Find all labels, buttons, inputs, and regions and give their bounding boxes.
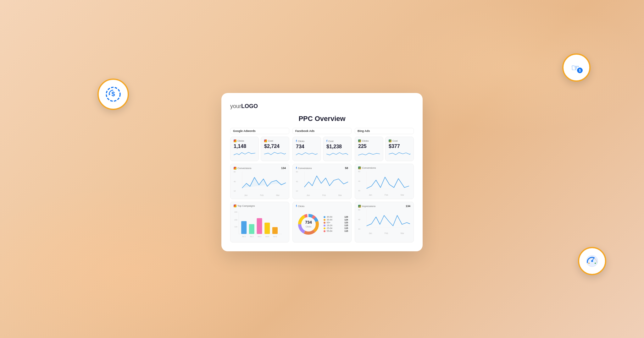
bing-impressions-title: Impressions	[358, 205, 375, 208]
svg-text:100: 100	[234, 226, 237, 228]
google-conv-icon	[234, 167, 236, 170]
google-campaigns-header: Top Campaigns	[234, 204, 286, 207]
donut-legend: 45-54 129 35-44 124 65+ 123	[324, 216, 348, 233]
legend-dot-2	[324, 219, 325, 221]
facebook-icon-2: f	[326, 139, 327, 143]
svg-point-9	[588, 263, 590, 264]
bing-cost-label: Cost	[389, 139, 410, 142]
legend-val-5: 115	[344, 227, 348, 229]
facebook-cost-card: f Cost $1,238	[323, 137, 352, 161]
legend-label-4: 18-24	[327, 224, 332, 226]
legend-val-4: 115	[344, 224, 348, 226]
google-conversions-header: Conversions 134	[234, 166, 286, 170]
svg-text:Ad 3: Ad 3	[258, 236, 261, 237]
bing-conversions-header: Conversions	[358, 166, 410, 169]
google-campaigns-card: Top Campaigns 300 200 100 Ad 1 Ad 2 Ad 3	[230, 202, 289, 243]
google-clicks-label: Clicks	[234, 139, 255, 142]
roi-circle: $	[97, 79, 129, 110]
facebook-conversions-header: f Conversions 58	[296, 166, 348, 170]
facebook-conversions-card: f Conversions 58 80 40 10 Jan F	[292, 164, 352, 199]
facebook-clicks-donut-card: f Clicks 734 Clicks	[292, 202, 352, 243]
facebook-conv-line-chart	[296, 171, 348, 193]
section-google: Google Adwords	[230, 128, 289, 134]
google-conversions-title: Conversions	[234, 167, 251, 170]
bing-conv-chart-wrapper: 80 40 10 Jan Feb Mar	[358, 171, 410, 196]
svg-text:200: 200	[234, 219, 237, 221]
facebook-cost-sparkline	[326, 151, 348, 157]
google-clicks-sparkline	[234, 150, 255, 157]
svg-text:$: $	[111, 90, 115, 97]
google-metrics: Clicks 1,148 Cost $2,724	[230, 137, 289, 161]
legend-dot-1	[324, 216, 325, 218]
facebook-clicks-card: f Clicks 734	[292, 137, 321, 161]
svg-text:Ad 1: Ad 1	[242, 236, 246, 237]
google-conv-line-chart	[234, 171, 286, 193]
legend-label-3: 65+	[327, 221, 330, 224]
legend-dot-5	[324, 227, 325, 229]
bing-clicks-value: 225	[358, 144, 380, 149]
page-title: PPC Overview	[230, 115, 414, 123]
legend-val-3: 123	[344, 221, 348, 224]
click-icon: ☞ $	[569, 60, 584, 75]
google-campaigns-title: Top Campaigns	[234, 204, 255, 207]
legend-val-6: 115	[344, 230, 348, 232]
section-bing: Bing Ads	[355, 128, 414, 134]
legend-25-34: 25-34 115	[324, 227, 348, 229]
facebook-donut-title: f Clicks	[296, 204, 304, 208]
legend-label-1: 45-54	[327, 216, 332, 218]
google-cost-card: Cost $2,724	[261, 137, 289, 161]
logo-prefix: your	[230, 103, 241, 109]
fb-donut-icon: f	[296, 204, 297, 208]
bar-chart-svg: 300 200 100 Ad 1 Ad 2 Ad 3 Ad 4 Ad 5	[234, 209, 286, 238]
legend-label-2: 35-44	[327, 219, 332, 221]
donut-svg: 734 Clicks	[296, 212, 321, 237]
legend-dot-3	[324, 222, 325, 224]
section-facebook: Facebook Ads	[292, 128, 352, 134]
legend-18-24: 18-24 115	[324, 224, 348, 226]
bing-conv-line-chart	[358, 171, 410, 193]
google-conv-chart-wrapper: 80 40 10 Jan Feb Mar	[234, 171, 286, 196]
google-camp-icon	[234, 204, 236, 207]
legend-65plus: 65+ 123	[324, 221, 348, 224]
google-cost-label: Cost	[264, 139, 286, 142]
bing-impressions-header: Impressions 134	[358, 204, 410, 208]
fb-conv-icon: f	[296, 166, 297, 170]
google-conversions-value: 134	[281, 166, 286, 170]
bar-ad3	[257, 218, 262, 234]
facebook-metrics: f Clicks 734 f Cost $1,238	[292, 137, 352, 161]
facebook-cost-label: f Cost	[326, 139, 348, 143]
bing-cost-card: Cost $377	[385, 137, 414, 161]
bar-ad1	[241, 221, 247, 234]
bing-icon	[358, 139, 361, 142]
legend-dot-4	[324, 225, 325, 226]
bing-clicks-label: Clicks	[358, 139, 380, 142]
facebook-icon: f	[296, 139, 297, 143]
bar-ad4	[264, 223, 270, 234]
facebook-conversions-value: 58	[345, 166, 348, 170]
svg-text:Ad 5: Ad 5	[273, 236, 277, 237]
svg-text:Ad 2: Ad 2	[250, 236, 253, 237]
bing-clicks-sparkline	[358, 150, 380, 157]
bar-ad5	[272, 227, 278, 234]
svg-text:734: 734	[305, 220, 312, 225]
click-circle: ☞ $	[562, 53, 591, 82]
gauge-circle	[578, 247, 606, 275]
bing-clicks-card: Clicks 225	[355, 137, 383, 161]
legend-label-5: 25-34	[327, 227, 332, 229]
legend-val-1: 129	[344, 216, 348, 218]
bing-impressions-line-chart	[358, 209, 410, 231]
donut-content: 734 Clicks 45-54 129 35-44 124	[296, 209, 348, 240]
facebook-donut-header: f Clicks	[296, 204, 348, 208]
legend-55-64: 55-64 115	[324, 230, 348, 232]
dashboard-card: yourLOGO PPC Overview Google Adwords Fac…	[221, 93, 423, 251]
legend-dot-6	[324, 230, 325, 232]
google-conversions-card: Conversions 134 80 40 10 Jan F	[230, 164, 289, 199]
facebook-clicks-value: 734	[296, 144, 318, 150]
legend-45-54: 45-54 129	[324, 216, 348, 218]
bing-impressions-value: 134	[406, 204, 410, 208]
bing-conversions-card: Conversions 80 40 10 Jan Feb Mar	[355, 164, 414, 199]
donut-wrapper: 734 Clicks	[296, 212, 321, 237]
bing-impressions-card: Impressions 134 80 40 10 Jan Feb	[355, 202, 414, 243]
bar-ad2	[249, 224, 254, 234]
bing-imp-icon	[358, 205, 361, 208]
